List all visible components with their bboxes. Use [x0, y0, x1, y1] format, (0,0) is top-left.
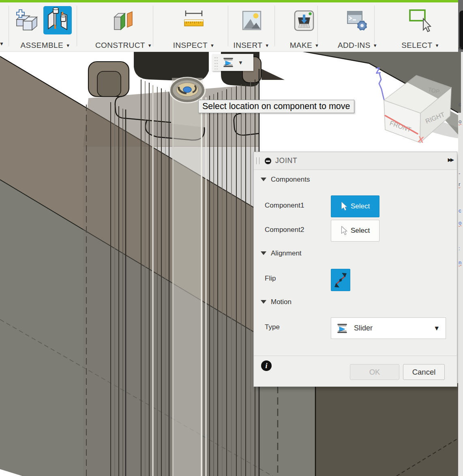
joint-tool-icon[interactable] [43, 6, 72, 34]
background-window-edge: e c o - r c o : n [458, 0, 463, 476]
chevron-down-icon: ▼ [373, 43, 377, 48]
component2-label: Component2 [265, 226, 304, 234]
toolbar-divider [274, 6, 275, 46]
toolbar-divider [317, 6, 318, 46]
window-corner [459, 11, 463, 49]
construct-plane-icon[interactable] [110, 7, 136, 33]
dialog-command-icon [265, 158, 271, 164]
component1-label: Component1 [265, 202, 304, 210]
menu-add-ins[interactable]: ADD-INS▼ [338, 41, 377, 50]
chevron-down-icon: ▼ [66, 43, 70, 48]
joint-mini-toolbar[interactable]: ▼ [212, 54, 253, 71]
joint-dialog: JOINT ▶▶ Components Component1 Select Co… [253, 152, 457, 387]
toolbar-overflow-arrow[interactable]: ▼ [0, 41, 4, 47]
chevron-down-icon: ▼ [435, 43, 439, 48]
edge-text-fragment: o [459, 118, 461, 124]
app-window: TOP FRONT RIGHT Z X [0, 0, 463, 476]
chevron-down-icon: ▼ [433, 325, 440, 332]
disclosure-triangle-icon [261, 178, 266, 181]
cursor-icon [341, 226, 347, 235]
component1-select-button[interactable]: Select [331, 195, 379, 217]
joint-snap-point[interactable] [183, 87, 191, 92]
active-document-bar [0, 0, 458, 2]
edge-text-fragment: n [459, 259, 461, 266]
menu-construct[interactable]: CONSTRUCT▼ [95, 41, 152, 50]
toolbar-divider [77, 6, 77, 46]
chevron-down-icon[interactable]: ▼ [238, 60, 243, 66]
dialog-drag-handle-icon[interactable] [256, 157, 259, 164]
info-icon[interactable]: i [261, 360, 272, 371]
edge-text-fragment: : [459, 245, 460, 251]
inspect-measure-icon[interactable] [181, 7, 207, 33]
edge-text-fragment: c [459, 101, 461, 107]
menu-make[interactable]: MAKE▼ [290, 41, 319, 50]
chevron-down-icon: ▼ [148, 43, 152, 48]
add-ins-script-icon[interactable] [343, 7, 369, 33]
chevron-down-icon: ▼ [210, 43, 214, 48]
select-tool-icon[interactable] [407, 7, 435, 33]
drag-grip-icon[interactable] [214, 56, 218, 69]
disclosure-triangle-icon [261, 300, 266, 304]
disclosure-triangle-icon [261, 251, 266, 255]
ok-button[interactable]: OK [350, 364, 399, 380]
slider-joint-icon [336, 322, 348, 335]
menu-insert[interactable]: INSERT▼ [233, 41, 269, 50]
slider-rod[interactable] [169, 77, 205, 476]
insert-image-icon[interactable] [239, 7, 265, 33]
dialog-title: JOINT [275, 157, 298, 165]
toolbar-divider [374, 6, 375, 46]
menu-inspect[interactable]: INSPECT▼ [173, 41, 214, 50]
type-label: Type [265, 323, 280, 331]
edge-text-fragment: c [459, 208, 461, 214]
section-alignment[interactable]: Alignment [261, 249, 302, 257]
joint-type-value: Slider [354, 324, 373, 332]
ribbon-toolbar: ▼ [0, 0, 458, 52]
edge-text-fragment: r [459, 181, 460, 187]
joint-type-dropdown[interactable]: Slider ▼ [331, 317, 446, 339]
chevron-down-icon: ▼ [315, 43, 319, 48]
edge-text-fragment: - [459, 170, 460, 176]
toolbar-divider [228, 6, 228, 46]
toolbar-divider [9, 6, 9, 46]
menu-select[interactable]: SELECT▼ [401, 41, 439, 50]
section-components[interactable]: Components [261, 176, 310, 184]
section-motion[interactable]: Motion [261, 298, 292, 306]
cancel-button[interactable]: Cancel [403, 364, 445, 380]
cursor-icon [341, 202, 347, 211]
collapse-panel-icon[interactable]: ▶▶ [448, 157, 453, 163]
flip-button[interactable] [331, 269, 350, 291]
prompt-tooltip: Select location on component to move [198, 100, 354, 113]
chevron-down-icon: ▼ [265, 43, 269, 48]
edge-text-fragment: e [459, 45, 461, 51]
dialog-header[interactable]: JOINT ▶▶ [254, 152, 457, 170]
flip-label: Flip [265, 274, 276, 283]
new-component-icon[interactable] [13, 7, 39, 33]
toolbar-divider [153, 6, 153, 46]
menu-assemble[interactable]: ASSEMBLE▼ [21, 41, 71, 50]
dialog-footer-divider [254, 356, 457, 356]
edge-text-fragment: o [459, 220, 461, 226]
plate-dark-face-bottom [315, 383, 459, 476]
make-3d-print-icon[interactable] [291, 7, 317, 33]
flip-icon [334, 272, 347, 288]
component2-select-button[interactable]: Select [331, 220, 379, 242]
slider-joint-icon[interactable] [222, 56, 234, 69]
